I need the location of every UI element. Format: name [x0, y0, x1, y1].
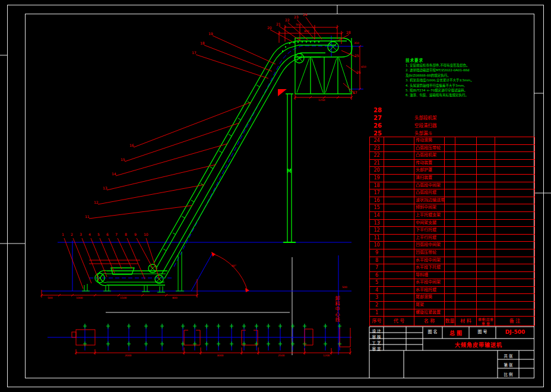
drawing-sheet: 技术要求 1. 安装前应检查各部件,不得有变形及损伤。2. 波状挡边输送带按MT…: [0, 0, 551, 392]
dimension-label: 2000: [125, 354, 131, 357]
dimension-label: 650: [361, 65, 366, 68]
dimension-label: 2500: [278, 354, 284, 357]
dimension-label: 3000: [217, 354, 223, 357]
dimension-labels: 5001000150080020003000250012005008003506…: [0, 0, 551, 392]
dimension-label: 800: [304, 30, 309, 33]
dimension-label: 60°: [232, 264, 236, 267]
dimension-label: 350: [354, 42, 359, 45]
dimension-label: 500: [342, 286, 347, 289]
dimension-label: 1500: [120, 296, 126, 299]
dimension-label: 1000: [76, 296, 83, 299]
dimension-label: 1250: [318, 99, 325, 102]
dimension-label: 800: [172, 296, 178, 299]
dimension-label: 1200: [323, 354, 330, 357]
dimension-label: 500: [296, 23, 301, 26]
dimension-label: 500: [48, 296, 53, 299]
